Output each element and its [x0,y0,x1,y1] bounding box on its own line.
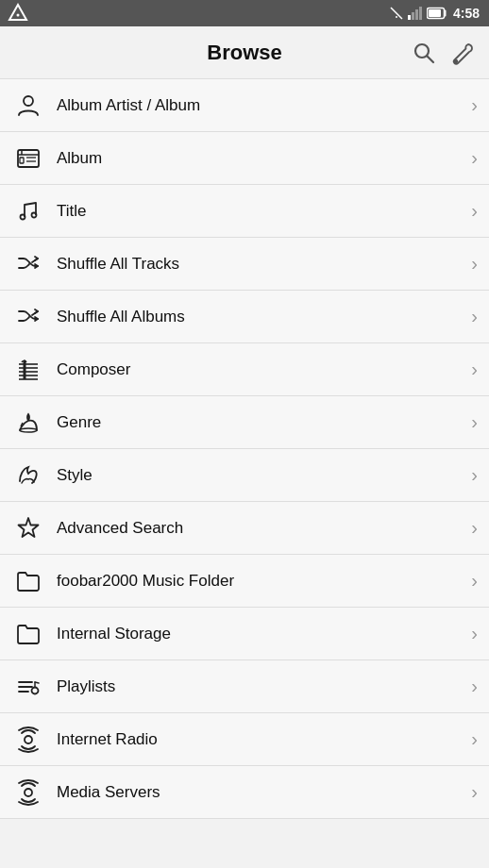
search-icon [412,41,436,65]
item-label-genre: Genre [57,413,467,432]
signal-icon [408,6,423,21]
chevron-icon-shuffle-albums: › [471,306,478,327]
item-label-album-artist: Album Artist / Album [57,96,467,115]
svg-rect-7 [429,9,441,17]
settings-button[interactable] [446,35,481,71]
list-item-composer[interactable]: Composer › [0,343,489,396]
folder-icon [15,621,42,647]
svg-rect-4 [415,9,418,20]
style-icon [15,462,42,489]
item-icon-album-artist [11,89,45,123]
star-icon [15,515,42,542]
svg-point-29 [25,789,32,796]
shuffle-icon [15,251,42,277]
list-item-style[interactable]: Style › [0,449,489,502]
svg-line-9 [428,56,434,62]
item-icon-composer [11,353,45,387]
svg-point-10 [455,59,457,61]
album-icon [15,145,42,172]
svg-point-15 [32,212,37,217]
playlist-icon [15,674,42,700]
svg-point-14 [21,214,25,219]
item-label-internet-radio: Internet Radio [57,730,467,749]
item-label-advanced-search: Advanced Search [57,519,467,538]
item-label-title: Title [57,202,467,221]
list-item-playlists[interactable]: Playlists › [0,660,489,713]
svg-rect-13 [20,158,24,163]
chevron-icon-genre: › [471,411,478,433]
svg-marker-0 [9,5,26,20]
shuffle-icon [15,304,42,330]
item-icon-foobar-folder [11,564,45,598]
item-label-foobar-folder: foobar2000 Music Folder [57,572,467,591]
chevron-icon-foobar-folder: › [471,570,478,592]
chevron-icon-media-servers: › [471,781,478,803]
chevron-icon-album: › [471,147,478,169]
music-note-icon [15,198,42,225]
svg-point-1 [17,14,20,17]
settings-icon [451,41,476,65]
chevron-icon-style: › [471,464,478,486]
status-bar: 4:58 [0,0,489,26]
list-item-shuffle-tracks[interactable]: Shuffle All Tracks › [0,238,489,291]
radio-icon [15,779,42,806]
list-item-shuffle-albums[interactable]: Shuffle All Albums › [0,291,489,343]
item-label-media-servers: Media Servers [57,783,467,802]
browse-list: Album Artist / Album › Album › [0,79,489,819]
svg-point-21 [20,428,37,432]
item-label-composer: Composer [57,360,467,379]
app-logo-icon [8,3,28,24]
radio-icon [15,726,42,753]
list-item-internal-storage[interactable]: Internal Storage › [0,608,489,660]
item-label-internal-storage: Internal Storage [57,625,467,643]
item-icon-advanced-search [11,511,45,545]
page-title: Browse [207,41,281,65]
item-icon-title [11,194,45,228]
item-label-shuffle-tracks: Shuffle All Tracks [57,255,467,274]
item-label-shuffle-albums: Shuffle All Albums [57,308,467,326]
chevron-icon-internal-storage: › [471,623,478,644]
chevron-icon-shuffle-tracks: › [471,253,478,275]
item-label-album: Album [57,149,467,168]
wifi-off-icon [389,6,404,21]
svg-rect-5 [419,7,422,20]
search-button[interactable] [406,35,442,71]
genre-icon [15,409,42,436]
svg-marker-23 [19,518,39,537]
clock: 4:58 [453,6,480,21]
list-item-internet-radio[interactable]: Internet Radio › [0,713,489,766]
chevron-icon-album-artist: › [471,94,478,116]
item-icon-internal-storage [11,617,45,651]
chevron-icon-advanced-search: › [471,517,478,539]
item-icon-style [11,459,45,492]
item-icon-internet-radio [11,723,45,757]
list-item-title[interactable]: Title › [0,185,489,238]
folder-icon [15,568,42,594]
svg-point-11 [24,96,33,106]
list-item-media-servers[interactable]: Media Servers › [0,766,489,819]
item-icon-playlists [11,670,45,704]
list-item-album[interactable]: Album › [0,132,489,185]
chevron-icon-playlists: › [471,676,478,697]
item-icon-album [11,142,45,175]
battery-icon [427,7,447,20]
chevron-icon-composer: › [471,359,478,380]
status-icons: 4:58 [389,6,480,21]
svg-rect-3 [412,12,414,20]
app-header: Browse [0,26,489,79]
composer-icon [15,357,42,383]
item-label-style: Style [57,466,467,485]
person-icon [15,92,42,119]
item-icon-shuffle-tracks [11,247,45,281]
list-item-advanced-search[interactable]: Advanced Search › [0,502,489,555]
list-item-genre[interactable]: Genre › [0,396,489,449]
list-item-album-artist[interactable]: Album Artist / Album › [0,79,489,132]
chevron-icon-title: › [471,200,478,222]
item-label-playlists: Playlists [57,677,467,696]
item-icon-genre [11,406,45,440]
header-actions [406,35,481,71]
item-icon-shuffle-albums [11,300,45,334]
list-item-foobar-folder[interactable]: foobar2000 Music Folder › [0,555,489,608]
item-icon-media-servers [11,776,45,810]
chevron-icon-internet-radio: › [471,728,478,750]
